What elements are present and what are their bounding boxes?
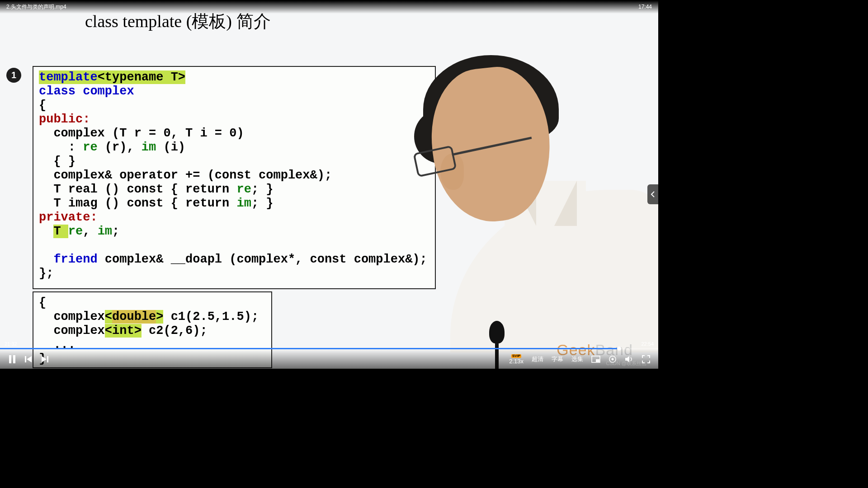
elapsed-time: 21:32 xyxy=(5,341,17,347)
lecturer-figure xyxy=(423,32,658,352)
video-duration: 17:44 xyxy=(638,4,652,10)
side-drawer-toggle[interactable] xyxy=(647,184,658,204)
playback-speed-menu[interactable]: SVIP 2.13x xyxy=(509,354,524,364)
slide-title-cn: (模板) 简介 xyxy=(186,12,271,31)
subtitle-menu[interactable]: 字幕 xyxy=(552,355,563,363)
csdn-watermark: CSDN @联系丝信 xyxy=(606,360,646,367)
video-frame: class template (模板) 简介 1 template<typena… xyxy=(0,0,658,369)
prev-icon xyxy=(24,356,33,363)
video-controls: SVIP 2.13x 超清 字幕 选集 xyxy=(0,349,658,369)
next-icon xyxy=(41,356,49,363)
pause-icon xyxy=(8,355,16,364)
video-top-bar: 2.头文件与类的声明.mp4 17:44 xyxy=(0,0,658,14)
svg-rect-3 xyxy=(47,356,48,362)
svg-rect-0 xyxy=(9,355,11,363)
next-button[interactable] xyxy=(41,356,49,363)
pip-button[interactable] xyxy=(591,356,600,363)
svg-rect-5 xyxy=(596,359,599,362)
code-block-1: template<typename T> class complex { pub… xyxy=(33,66,436,289)
total-time: 22:54 xyxy=(641,341,654,347)
speed-badge: SVIP xyxy=(511,354,521,358)
chevron-left-icon xyxy=(651,191,655,197)
svg-rect-2 xyxy=(25,356,26,362)
pause-button[interactable] xyxy=(8,355,16,364)
slide-marker: 1 xyxy=(6,68,21,83)
prev-button[interactable] xyxy=(24,356,33,363)
quality-menu[interactable]: 超清 xyxy=(532,355,543,363)
video-filename: 2.头文件与类的声明.mp4 xyxy=(6,3,66,11)
slide-title-en: class template xyxy=(85,12,186,31)
episodes-menu[interactable]: 选集 xyxy=(571,355,583,363)
svg-rect-1 xyxy=(13,355,15,363)
pip-icon xyxy=(591,356,600,363)
speed-value: 2.13x xyxy=(509,358,524,364)
